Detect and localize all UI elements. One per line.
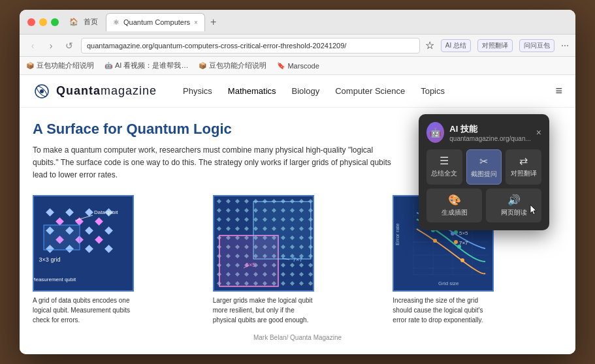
figure1-svg: Data qubit 3×3 grid Measurement qubit [34,196,135,293]
traffic-lights [27,18,59,26]
home-icon[interactable]: 🏠 [69,18,78,26]
ai-summarize-button[interactable]: ☰ 总结全文 [426,149,462,185]
nav-physics[interactable]: Physics [183,86,212,96]
ai-title-block: AI 技能 quantamagazine.org/quan... [449,123,531,142]
svg-text:6×5: 6×5 [246,262,255,268]
content-area: Quantamagazine Physics Mathematics Biolo… [20,75,575,354]
svg-point-54 [454,240,458,244]
ai-actions-row2: 🎨 生成插图 🔊 网页朗读 [426,189,541,222]
ask-button[interactable]: 问问豆包 [519,39,555,52]
refresh-button[interactable]: ↺ [63,40,76,51]
translate-button[interactable]: 对照翻译 [477,39,513,52]
summarize-icon: ☰ [429,155,460,167]
svg-text:Data qubit: Data qubit [94,209,118,215]
nav-mathematics[interactable]: Mathematics [228,86,276,96]
tab-strip: ⚛ Quantum Computers × + [106,13,568,31]
svg-text:Error rate: Error rate [394,222,400,245]
ai-translate-button[interactable]: ⇄ 对照翻译 [506,149,541,185]
bookmark-icon-2: 🤖 [105,62,112,69]
forward-button[interactable]: › [44,40,57,51]
translate-label: 对照翻译 [511,170,537,177]
bookmark-icon-1: 📦 [26,62,34,69]
svg-rect-17 [95,217,103,226]
svg-text:7×7: 7×7 [459,240,468,246]
svg-rect-10 [105,226,113,235]
ai-actions-row1: ☰ 总结全文 ✂ 截图提问 ⇄ 对照翻译 [426,149,541,185]
hamburger-menu[interactable]: ≡ [555,84,562,97]
nav-links: Physics Mathematics Biology Computer Sci… [183,86,445,96]
generate-label: 生成插图 [442,209,468,216]
svg-rect-21 [44,225,80,250]
nav-biology[interactable]: Biology [292,86,320,96]
read-label: 网页朗读 [501,209,527,216]
toolbar-icons: ☆ AI 总结 对照翻译 问问豆包 ⋯ [425,39,569,52]
bookmark-3[interactable]: 📦 豆包功能介绍说明 [199,61,266,70]
translate-icon: ⇄ [508,155,539,167]
bookmark-1[interactable]: 📦 豆包功能介绍说明 [26,61,94,70]
svg-rect-20 [95,235,103,244]
addressbar: ‹ › ↺ ☆ AI 总结 对照翻译 问问豆包 ⋯ [20,35,575,57]
svg-text:Measurement qubit: Measurement qubit [34,277,76,282]
svg-text:Grid size: Grid size [438,281,459,286]
figure2-caption: Larger grids make the logical qubit more… [213,296,317,325]
nav-computer-science[interactable]: Computer Science [335,86,405,96]
bookmark-icon-4: 🔖 [277,62,285,69]
logo-text: Quantamagazine [56,84,157,98]
screenshot-icon: ✂ [470,155,499,168]
article-body: To make a quantum computer work, researc… [33,144,398,182]
minimize-button[interactable] [39,18,47,26]
svg-text:3×3 grid: 3×3 grid [39,256,61,263]
ai-close-button[interactable]: × [536,127,541,138]
svg-rect-9 [85,226,93,235]
site-logo[interactable]: Quantamagazine [33,82,157,100]
ai-read-button[interactable]: 🔊 网页朗读 [486,189,541,222]
article-footer: Mark Belan/ Quanta Magazine [20,331,575,346]
figure3-caption: Increasing the size of the grid should c… [393,296,497,325]
figure2-svg: 6×5 7×7 [214,196,314,292]
ai-avatar: 🤖 [426,122,444,143]
ai-popup-header: 🤖 AI 技能 quantamagazine.org/quan... × [426,122,541,143]
home-label[interactable]: 首页 [84,17,98,27]
tab-favicon: ⚛ [113,18,120,27]
figure-1: Data qubit 3×3 grid Measurement qubit A … [33,195,208,325]
bookmark-2[interactable]: 🤖 AI 看视频：是谁帮我… [105,61,188,70]
ai-screenshot-button[interactable]: ✂ 截图提问 [466,149,502,185]
titlebar: 🏠 首页 ⚛ Quantum Computers × + [20,10,575,35]
bookmark-label-2: AI 看视频：是谁帮我… [115,61,188,70]
svg-point-48 [433,239,437,243]
site-nav: Quantamagazine Physics Mathematics Biolo… [20,75,575,108]
bookmarks-bar: 📦 豆包功能介绍说明 🤖 AI 看视频：是谁帮我… 📦 豆包功能介绍说明 🔖 M… [20,57,575,75]
close-button[interactable] [27,18,35,26]
svg-point-49 [460,258,464,262]
svg-point-1 [40,89,44,93]
svg-point-52 [454,230,458,234]
bookmark-label-3: 豆包功能介绍说明 [209,61,266,70]
share-button[interactable]: ⋯ [561,41,569,50]
site-nav-right: ≡ [555,84,562,98]
svg-rect-4 [65,208,74,217]
logo-svg [33,82,51,100]
browser-window: 🏠 首页 ⚛ Quantum Computers × + ‹ › ↺ ☆ AI … [20,10,575,354]
ai-summary-button[interactable]: AI 总结 [441,39,471,52]
svg-text:7×7: 7×7 [293,256,302,263]
svg-rect-14 [105,245,113,253]
bookmark-icon[interactable]: ☆ [425,39,434,52]
svg-rect-13 [85,245,93,253]
bookmark-icon-3: 📦 [199,62,206,69]
new-tab-button[interactable]: + [208,16,219,28]
url-input[interactable] [81,38,420,53]
nav-topics[interactable]: Topics [421,86,445,96]
svg-rect-29 [253,202,311,259]
svg-line-22 [75,215,93,220]
tab-close-button[interactable]: × [194,19,198,26]
maximize-button[interactable] [51,18,59,26]
summarize-label: 总结全文 [431,170,457,177]
back-button[interactable]: ‹ [26,40,39,51]
ai-subtitle: quantamagazine.org/quan... [449,135,531,142]
ai-generate-button[interactable]: 🎨 生成插图 [426,189,482,222]
tab-title: Quantum Computers [123,18,190,26]
svg-rect-3 [46,208,54,217]
bookmark-4[interactable]: 🔖 Marscode [277,62,319,70]
ai-popup: 🤖 AI 技能 quantamagazine.org/quan... × ☰ 总… [419,114,549,230]
active-tab[interactable]: ⚛ Quantum Computers × [106,13,205,31]
